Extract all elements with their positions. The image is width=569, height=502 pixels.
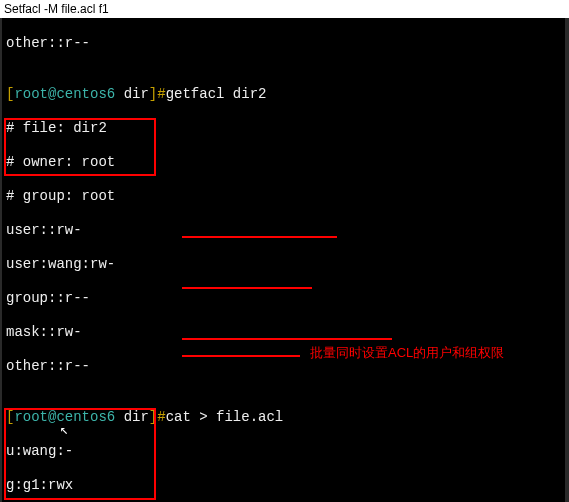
command-text: cat > file.acl [166, 409, 284, 425]
prompt-dir: dir [115, 409, 149, 425]
output-line: u:wang:- [6, 443, 561, 460]
bracket-close: ]# [149, 409, 166, 425]
output-line: # owner: root [6, 154, 561, 171]
prompt-dir: dir [115, 86, 149, 102]
prompt-line: [root@centos6 dir]#cat > file.acl [6, 409, 561, 426]
output-line: # file: dir2 [6, 120, 561, 137]
output-line: user:wang:rw- [6, 256, 561, 273]
prompt-user-host: root@centos6 [14, 86, 115, 102]
bracket-close: ]# [149, 86, 166, 102]
terminal[interactable]: other::r-- [root@centos6 dir]#getfacl di… [0, 18, 569, 502]
prompt-user-host: root@centos6 [14, 409, 115, 425]
command-text: getfacl dir2 [166, 86, 267, 102]
header-command: Setfacl -M file.acl f1 [0, 0, 569, 18]
highlight-underline-getfacl [182, 355, 300, 357]
prompt-line: [root@centos6 dir]#getfacl dir2 [6, 86, 561, 103]
output-line: mask::rw- [6, 324, 561, 341]
output-line: other::r-- [6, 35, 561, 52]
output-line: g:g1:rwx [6, 477, 561, 494]
output-line: group::r-- [6, 290, 561, 307]
highlight-underline-cat-read [182, 287, 312, 289]
output-line: other::r-- [6, 358, 561, 375]
output-line: user::rw- [6, 222, 561, 239]
output-line: # group: root [6, 188, 561, 205]
